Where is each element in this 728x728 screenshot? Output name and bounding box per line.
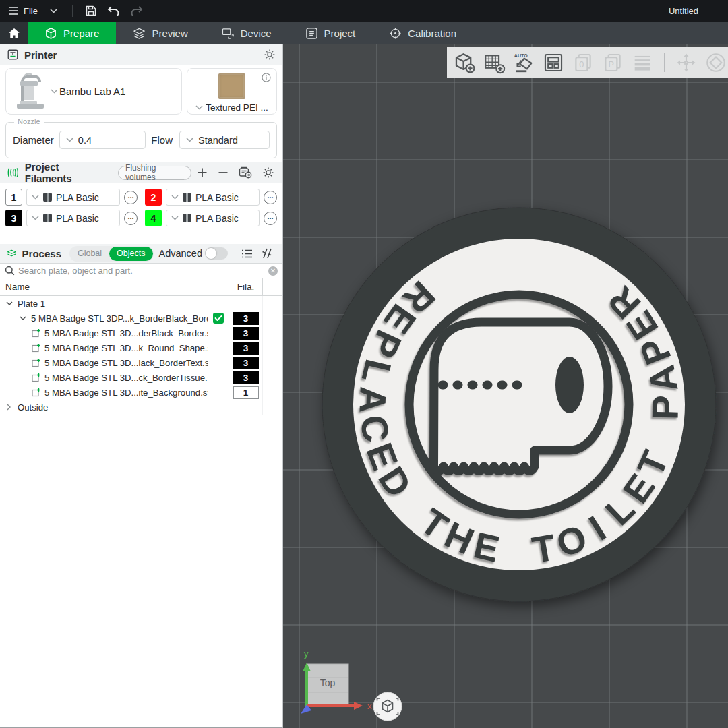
tree-row[interactable]: 5 MBA Badge STL 3D...ck_BorderTissue.stl…: [0, 370, 282, 385]
tab-device[interactable]: Device: [205, 22, 289, 44]
home-button[interactable]: [0, 22, 28, 44]
orientation-cube[interactable]: Top y x: [301, 648, 372, 714]
filament-assignment-badge[interactable]: 3: [233, 357, 259, 369]
chevron-down-icon: [32, 195, 39, 200]
plate-select-card[interactable]: Textured PEI ...: [187, 68, 277, 115]
tree-row-fila-cell: 3: [229, 370, 262, 385]
cube-face-label: Top: [320, 677, 336, 688]
tree-row[interactable]: Plate 1: [0, 296, 282, 311]
chevron-down-icon: [66, 138, 73, 142]
build-plate-canvas[interactable]: REPLACEDTHETOILETPAPER Top y x: [283, 44, 728, 728]
file-menu[interactable]: File: [0, 0, 42, 22]
parameter-list-icon[interactable]: [241, 249, 253, 259]
tab-prepare[interactable]: Prepare: [28, 22, 116, 44]
printer-settings-button[interactable]: [264, 49, 276, 61]
tree-row-check-cell: [208, 355, 229, 370]
split-to-parts-icon: P: [601, 51, 625, 75]
chevron-down-icon: [20, 316, 26, 321]
tree-row[interactable]: 5 MBA Badge STL 3D...k_Round_Shape.stl3: [0, 340, 282, 355]
tree-row-check-cell: [208, 400, 229, 415]
part-icon-wrap: [31, 343, 41, 353]
plate-info-button[interactable]: [262, 73, 271, 85]
filament-color-swatch[interactable]: 2: [145, 189, 162, 206]
toggle-knob: [206, 248, 216, 259]
tree-row-name: Plate 1: [0, 296, 208, 311]
tree-expander[interactable]: [18, 316, 28, 321]
auto-orient-icon[interactable]: AUTO: [512, 51, 536, 75]
filament-options-button[interactable]: ...: [264, 191, 277, 204]
printer-icon: [7, 49, 19, 61]
filament-color-swatch[interactable]: 3: [5, 210, 22, 226]
printer-select-card[interactable]: Bambu Lab A1: [5, 68, 182, 115]
filament-assignment-badge[interactable]: 3: [233, 312, 259, 325]
svg-text:AUTO: AUTO: [514, 53, 528, 59]
viewport-3d[interactable]: REPLACEDTHETOILETPAPER Top y x AUTO0P: [283, 44, 728, 728]
tree-row-label: 5 MBA Badge STL 3D...lack_BorderText.stl: [44, 358, 208, 368]
tree-row-extra-cell: [262, 355, 282, 370]
add-filament-button[interactable]: [197, 167, 208, 178]
tree-row[interactable]: 5 MBA Badge STL 3DP...k_BorderBlack_Bord…: [0, 311, 282, 326]
filament-color-swatch[interactable]: 4: [145, 210, 162, 226]
nozzle-flow-dropdown[interactable]: Standard: [179, 131, 270, 149]
nozzle-diameter-dropdown[interactable]: 0.4: [59, 131, 146, 149]
filament-type-label: PLA Basic: [56, 213, 99, 224]
view-orbit-button[interactable]: [373, 692, 402, 721]
undo-button[interactable]: [102, 0, 125, 22]
clear-search-button[interactable]: ✕: [268, 266, 278, 276]
tree-row-label: 5 MBA Badge STL 3D...ck_BorderTissue.stl: [44, 373, 208, 383]
tune-icon[interactable]: [262, 248, 273, 259]
tab-calibration[interactable]: Calibration: [372, 22, 473, 44]
chevron-down-icon: [6, 301, 13, 306]
gear-icon[interactable]: [262, 166, 274, 179]
part-icon: [32, 388, 41, 397]
tree-row-label: 5 MBA Badge STL 3D...ite_Background.stl: [44, 388, 208, 398]
tree-row[interactable]: 5 MBA Badge STL 3D...derBlack_Border.stl…: [0, 326, 282, 340]
part-icon: [32, 358, 41, 367]
tree-row[interactable]: Outside: [0, 400, 282, 415]
part-icon: [32, 343, 41, 353]
remove-filament-button[interactable]: [218, 167, 229, 178]
filament-options-button[interactable]: ...: [124, 212, 138, 225]
tree-row[interactable]: 5 MBA Badge STL 3D...lack_BorderText.stl…: [0, 355, 282, 370]
filament-type-dropdown[interactable]: PLA Basic: [166, 189, 260, 206]
arrange-icon[interactable]: [541, 51, 566, 75]
plate-thumbnail: [218, 73, 245, 99]
filament-options-button[interactable]: ...: [124, 191, 138, 204]
info-icon: [262, 73, 271, 82]
add-plate-icon[interactable]: [482, 51, 506, 75]
flushing-volumes-button[interactable]: Flushing volumes: [118, 166, 191, 180]
search-input[interactable]: [18, 266, 265, 276]
filament-color-swatch[interactable]: 1: [5, 189, 22, 206]
filament-type-dropdown[interactable]: PLA Basic: [26, 210, 120, 226]
advanced-toggle[interactable]: [205, 247, 228, 260]
filament-type-dropdown[interactable]: PLA Basic: [26, 189, 120, 206]
tree-expander[interactable]: [4, 301, 14, 306]
filament-assignment-badge[interactable]: 3: [233, 371, 259, 384]
tree-row-name: 5 MBA Badge STL 3D...ite_Background.stl: [0, 385, 208, 400]
tree-row-extra-cell: [262, 311, 282, 326]
filament-spool-icon: [183, 193, 191, 202]
extra-column-header: [262, 278, 282, 295]
tree-row-extra-cell: [262, 326, 282, 340]
tab-preview[interactable]: Preview: [116, 22, 204, 44]
ams-sync-button[interactable]: [239, 166, 252, 179]
tab-project[interactable]: Project: [289, 22, 373, 44]
save-button[interactable]: [80, 0, 102, 22]
file-menu-expand-button[interactable]: [42, 0, 65, 22]
filament-assignment-badge[interactable]: 3: [233, 327, 259, 340]
mode-global[interactable]: Global: [70, 247, 109, 261]
printable-checkbox[interactable]: [213, 313, 224, 324]
filament-assignment-badge[interactable]: 1: [233, 386, 259, 399]
badge-model[interactable]: REPLACEDTHETOILETPAPER: [322, 208, 716, 601]
filament-type-dropdown[interactable]: PLA Basic: [166, 210, 260, 226]
add-object-icon[interactable]: [452, 51, 477, 75]
filament-assignment-badge[interactable]: 3: [233, 342, 259, 355]
chevron-down-icon: [195, 105, 203, 110]
tree-row[interactable]: 5 MBA Badge STL 3D...ite_Background.stl1: [0, 385, 282, 400]
filament-options-button[interactable]: ...: [264, 212, 277, 225]
chevron-down-icon: [51, 89, 58, 94]
tree-row-label: 5 MBA Badge STL 3D...k_Round_Shape.stl: [44, 343, 208, 353]
tree-expander[interactable]: [4, 404, 14, 411]
mode-objects[interactable]: Objects: [109, 247, 152, 261]
redo-button[interactable]: [125, 0, 148, 22]
